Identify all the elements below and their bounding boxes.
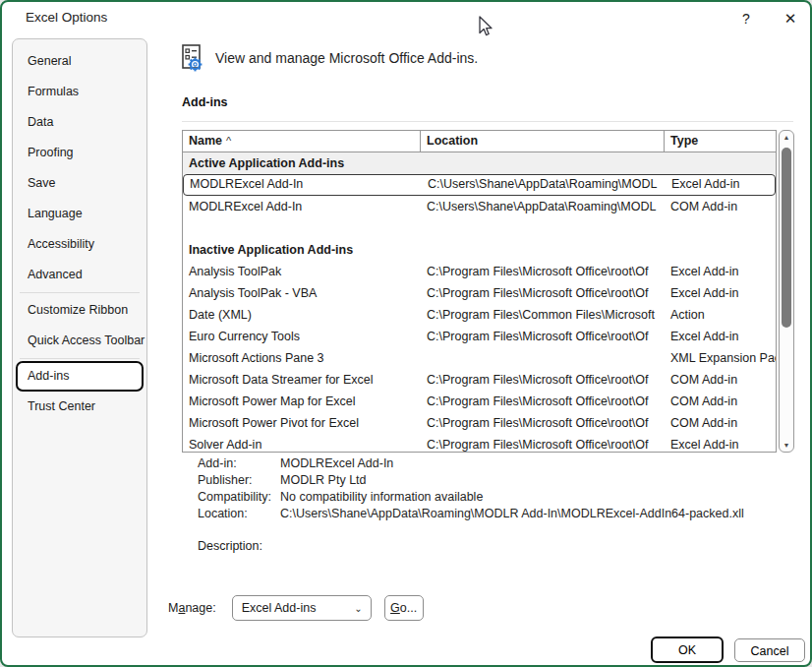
addin-type-cell: Excel Add-in (666, 175, 775, 195)
sidebar-item-formulas[interactable]: Formulas (16, 77, 144, 107)
addin-location-cell: C:\Users\Shane\AppData\Roaming\MODL (421, 196, 665, 217)
column-header-name[interactable]: Name^ (183, 131, 421, 152)
addin-type-cell: Excel Add-in (665, 261, 776, 282)
addin-name-cell: Microsoft Power Map for Excel (183, 391, 421, 412)
addin-row-modlrexcel-add-in[interactable]: MODLRExcel Add-InC:\Users\Shane\AppData\… (183, 174, 776, 196)
addin-name-cell: Microsoft Actions Pane 3 (183, 347, 421, 369)
dialog-title: Excel Options (26, 10, 107, 25)
addin-name-cell: Microsoft Power Pivot for Excel (183, 412, 421, 434)
help-button[interactable]: ? (733, 6, 759, 30)
sidebar-item-accessibility[interactable]: Accessibility (16, 229, 144, 260)
addin-name-cell: Date (XML) (183, 304, 421, 326)
table-scrollbar[interactable]: ▲ ▼ (779, 130, 794, 453)
description-label: Description: (198, 539, 262, 553)
column-header-label: Type (670, 134, 698, 148)
detail-value: MODLRExcel Add-In (280, 455, 393, 472)
sidebar-item-trust-center[interactable]: Trust Center (16, 392, 144, 422)
addin-row-microsoft-data-streamer-for-excel[interactable]: Microsoft Data Streamer for ExcelC:\Prog… (183, 369, 776, 391)
detail-value: MODLR Pty Ltd (280, 472, 367, 489)
detail-value: C:\Users\Shane\AppData\Roaming\MODLR Add… (280, 506, 744, 522)
page-header: View and manage Microsoft Office Add-ins… (180, 43, 478, 73)
addin-row-microsoft-power-pivot-for-excel[interactable]: Microsoft Power Pivot for ExcelC:\Progra… (183, 412, 776, 434)
detail-label: Location: (198, 506, 280, 522)
addin-name-cell: MODLRExcel Add-In (183, 196, 421, 217)
section-row-label: Inactive Application Add-ins (183, 239, 776, 261)
manage-dropdown[interactable]: Excel Add-ins ⌄ (232, 595, 372, 621)
close-button[interactable]: ✕ (778, 6, 803, 30)
excel-options-dialog: Excel Options ? ✕ GeneralFormulasDataPro… (0, 0, 812, 667)
sidebar-item-proofing[interactable]: Proofing (16, 138, 144, 168)
addin-name-cell: Analysis ToolPak (183, 261, 421, 282)
sidebar-item-advanced[interactable]: Advanced (16, 260, 144, 290)
addin-name-cell: Microsoft Data Streamer for Excel (183, 369, 421, 391)
addin-location-cell: C:\Program Files\Microsoft Office\root\O… (421, 391, 665, 412)
addin-type-cell: Excel Add-in (665, 282, 776, 304)
addins-table: Name^LocationType Active Application Add… (182, 130, 777, 453)
sort-ascending-icon: ^ (226, 135, 231, 147)
addin-type-cell: COM Add-in (665, 369, 776, 391)
detail-label: Add-in: (198, 455, 280, 472)
addins-gear-icon (180, 43, 205, 73)
addin-name-cell: Solver Add-in (183, 434, 421, 453)
sidebar-item-add-ins[interactable]: Add-ins (16, 361, 144, 392)
column-header-type[interactable]: Type (665, 131, 776, 152)
section-row-active-application-add-ins: Active Application Add-ins (183, 152, 776, 174)
column-header-label: Name (189, 134, 222, 148)
addin-type-cell: XML Expansion Pack (665, 347, 776, 369)
addin-row-analysis-toolpak-vba[interactable]: Analysis ToolPak - VBAC:\Program Files\M… (183, 282, 776, 304)
manage-row: Manage: Excel Add-ins ⌄ Go... (168, 595, 424, 621)
sidebar-item-quick-access-toolbar[interactable]: Quick Access Toolbar (16, 326, 144, 356)
addin-location-cell: C:\Program Files\Common Files\Microsoft (421, 304, 665, 326)
chevron-down-icon: ⌄ (354, 603, 362, 614)
addin-name-cell: Euro Currency Tools (183, 326, 421, 347)
sidebar-item-general[interactable]: General (16, 46, 144, 77)
addin-type-cell: Excel Add-in (665, 434, 776, 453)
addin-name-cell: Analysis ToolPak - VBA (183, 282, 421, 304)
addin-row-date-xml[interactable]: Date (XML)C:\Program Files\Common Files\… (183, 304, 776, 326)
addin-row-analysis-toolpak[interactable]: Analysis ToolPakC:\Program Files\Microso… (183, 261, 776, 282)
addin-location-cell: C:\Program Files\Microsoft Office\root\O… (421, 434, 665, 453)
addin-row-solver-add-in[interactable]: Solver Add-inC:\Program Files\Microsoft … (183, 434, 776, 453)
scrollbar-thumb[interactable] (782, 148, 791, 328)
addin-location-cell: C:\Program Files\Microsoft Office\root\O… (421, 261, 665, 282)
scroll-up-icon[interactable]: ▲ (780, 134, 793, 141)
addin-location-cell (421, 347, 665, 369)
addin-type-cell: COM Add-in (665, 196, 776, 217)
addin-row-microsoft-actions-pane-3[interactable]: Microsoft Actions Pane 3XML Expansion Pa… (183, 347, 776, 369)
table-body: Active Application Add-insMODLRExcel Add… (183, 152, 776, 453)
detail-label: Compatibility: (198, 489, 280, 506)
ok-button[interactable]: OK (651, 637, 724, 663)
addin-row-modlrexcel-add-in[interactable]: MODLRExcel Add-InC:\Users\Shane\AppData\… (183, 196, 776, 217)
addin-type-cell: COM Add-in (665, 412, 776, 434)
sidebar-item-language[interactable]: Language (16, 199, 144, 229)
manage-label: Manage: (168, 601, 216, 615)
addin-row-euro-currency-tools[interactable]: Euro Currency ToolsC:\Program Files\Micr… (183, 326, 776, 347)
addin-type-cell: Excel Add-in (665, 326, 776, 347)
sidebar-divider (20, 292, 140, 293)
sidebar-item-data[interactable]: Data (16, 107, 144, 138)
sidebar-divider (20, 358, 140, 359)
detail-label: Publisher: (198, 472, 280, 489)
cancel-button[interactable]: Cancel (734, 638, 805, 662)
addin-details: Add-in:MODLRExcel Add-InPublisher:MODLR … (198, 455, 744, 522)
addin-row-microsoft-power-map-for-excel[interactable]: Microsoft Power Map for ExcelC:\Program … (183, 391, 776, 412)
addin-type-cell: COM Add-in (665, 391, 776, 412)
go-button[interactable]: Go... (384, 595, 424, 621)
addin-location-cell: C:\Program Files\Microsoft Office\root\O… (421, 282, 665, 304)
addin-type-cell: Action (665, 304, 776, 326)
addins-section-heading: Add-ins (182, 95, 228, 109)
sidebar-item-customize-ribbon[interactable]: Customize Ribbon (16, 295, 144, 326)
addin-location-cell: C:\Program Files\Microsoft Office\root\O… (421, 369, 665, 391)
page-description: View and manage Microsoft Office Add-ins… (215, 50, 478, 66)
sidebar-item-save[interactable]: Save (16, 168, 144, 199)
scroll-down-icon[interactable]: ▼ (780, 442, 793, 449)
column-header-location[interactable]: Location (421, 131, 665, 152)
manage-dropdown-value: Excel Add-ins (242, 601, 317, 615)
section-row-label: Active Application Add-ins (183, 152, 776, 174)
addin-location-cell: C:\Program Files\Microsoft Office\root\O… (421, 326, 665, 347)
detail-value: No compatibility information available (280, 489, 483, 506)
table-header-row: Name^LocationType (183, 131, 776, 152)
detail-row-publisher: Publisher:MODLR Pty Ltd (198, 472, 744, 489)
section-row-inactive-application-add-ins: Inactive Application Add-ins (183, 239, 776, 261)
options-sidebar: GeneralFormulasDataProofingSaveLanguageA… (12, 38, 147, 637)
